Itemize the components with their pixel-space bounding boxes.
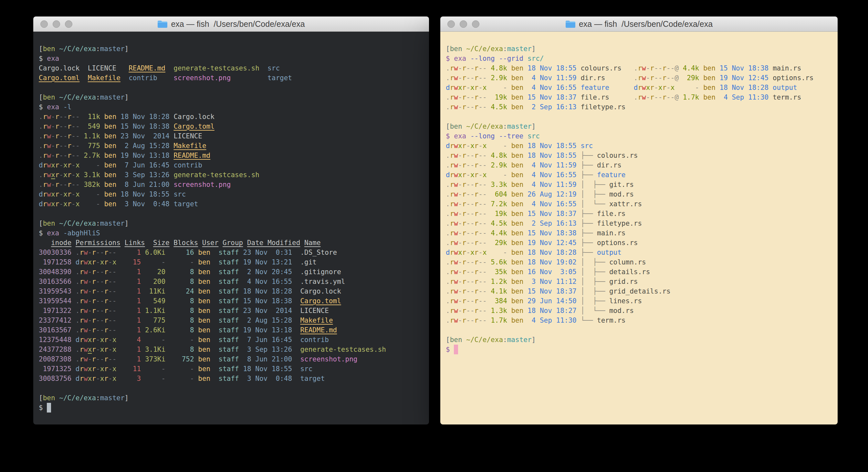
folder-icon[interactable] [157, 20, 168, 28]
text-segment [523, 161, 528, 169]
permission-char: - [71, 113, 75, 121]
text-segment [215, 307, 219, 315]
permission-char: - [108, 326, 113, 334]
minimize-button[interactable] [53, 20, 60, 28]
terminal-line: 1971322 .rw-r--r-- 1 1.1Ki 8 ben staff 2… [39, 306, 424, 316]
permission-char: - [88, 355, 92, 363]
text-segment [487, 239, 491, 247]
permission-char: - [470, 210, 474, 217]
text-segment [577, 239, 581, 247]
text-segment [577, 181, 581, 188]
permission-char: - [483, 64, 487, 72]
text-segment: ] [125, 394, 129, 402]
text-segment: 29 Jun 14:50 [528, 297, 577, 305]
permission-char: r [104, 346, 108, 353]
text-segment [507, 152, 512, 159]
permission-char: r [104, 365, 108, 373]
permission-char: x [113, 346, 117, 353]
text-segment: 8 [169, 278, 194, 286]
terminal-line: .rw-r--r-- 4.8k ben 18 Nov 18:55 ├── col… [446, 151, 832, 160]
permission-char: - [63, 113, 67, 121]
zoom-button[interactable] [65, 20, 72, 28]
text-segment: 18 Nov 18:28 [719, 84, 769, 91]
permission-char: r [92, 307, 96, 315]
text-segment [523, 84, 528, 91]
text-segment: │ ├── [581, 190, 609, 198]
terminal-line: [ben ~/C/e/exa:master] [39, 44, 424, 54]
text-segment: -l [63, 103, 71, 111]
permission-char: - [483, 74, 487, 82]
text-segment: ben [703, 93, 715, 101]
permission-char: r [80, 248, 84, 256]
text-segment: staff [219, 297, 239, 305]
text-segment [507, 93, 512, 101]
text-segment [169, 132, 174, 140]
text-segment [116, 268, 121, 276]
terminal-output-dark[interactable]: [ben ~/C/e/exa:master]$ exaCargo.lock LI… [33, 32, 429, 424]
text-segment: 30030336 [39, 248, 71, 256]
text-segment: master [507, 122, 532, 130]
text-segment [116, 307, 121, 315]
permission-char: r [450, 190, 454, 198]
permission-char: - [113, 287, 117, 295]
permission-char: - [458, 239, 462, 247]
permission-char: . [634, 64, 638, 72]
text-segment [141, 287, 145, 295]
permission-char: . [446, 287, 450, 295]
permission-char: x [113, 336, 117, 344]
minimize-button[interactable] [460, 20, 467, 28]
terminal-window-light: exa — fish /Users/ben/Code/exa/exa [ben … [440, 17, 838, 424]
permission-char: w [47, 132, 51, 140]
titlebar[interactable]: exa — fish /Users/ben/Code/exa/exa [440, 17, 838, 32]
permission-char: x [658, 84, 662, 91]
text-segment [145, 239, 153, 247]
permission-char: . [446, 229, 450, 237]
text-segment [116, 200, 121, 208]
titlebar[interactable]: exa — fish /Users/ben/Code/exa/exa [33, 17, 429, 32]
text-segment: grid.rs [609, 278, 638, 286]
text-segment: Links [125, 239, 145, 247]
text-segment [215, 326, 219, 334]
permission-char: r [462, 64, 466, 72]
permission-char: - [458, 297, 462, 305]
permission-char: w [47, 161, 51, 169]
text-segment: : [96, 394, 100, 402]
text-segment: ben [198, 297, 215, 305]
permission-char: w [84, 355, 88, 363]
permission-char: x [75, 200, 80, 208]
close-button[interactable] [447, 20, 455, 28]
close-button[interactable] [40, 20, 48, 28]
text-segment [577, 84, 581, 91]
permission-char: - [466, 219, 470, 227]
permission-char: r [67, 142, 72, 150]
permission-char: r [462, 181, 466, 188]
permission-char: - [108, 365, 113, 373]
text-segment [487, 152, 491, 159]
text-segment: ├── [581, 210, 597, 217]
text-segment: - [84, 190, 100, 198]
text-segment: 2 Sep 16:13 [528, 103, 577, 111]
permission-char: @ [675, 64, 679, 72]
text-segment: ├── [581, 239, 597, 247]
permission-char: - [658, 74, 662, 82]
terminal-line: $ exa -abghHliS [39, 228, 424, 238]
permission-char: - [466, 278, 470, 286]
permission-char: - [478, 307, 483, 315]
text-segment: 18 Nov 19:02 [528, 258, 577, 266]
permission-char: r [55, 190, 59, 198]
text-segment [141, 297, 145, 305]
folder-icon[interactable] [565, 20, 576, 28]
permission-char: . [75, 346, 80, 353]
text-segment [577, 297, 581, 305]
text-segment [715, 64, 720, 72]
text-segment: 8 [169, 346, 194, 353]
zoom-button[interactable] [472, 20, 479, 28]
permission-char: - [478, 239, 483, 247]
text-segment [215, 346, 219, 353]
text-segment: src [528, 132, 540, 140]
permission-char: x [51, 171, 55, 179]
text-segment: 2 Aug 15:28 [121, 142, 169, 150]
text-segment [169, 239, 174, 247]
terminal-output-light[interactable]: [ben ~/C/e/exa:master]$ exa --long --gri… [440, 32, 838, 424]
permission-char: - [71, 122, 75, 130]
